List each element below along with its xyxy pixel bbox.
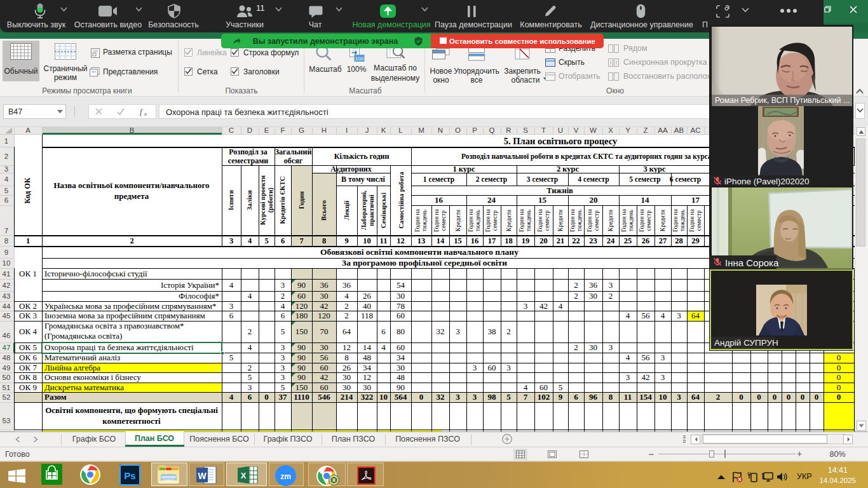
svg-text:f: f	[140, 107, 144, 116]
svg-text:100: 100	[355, 56, 364, 62]
svg-text:X: X	[241, 471, 247, 480]
svg-text:zm: zm	[280, 472, 291, 481]
svg-text:Ps: Ps	[124, 470, 135, 481]
svg-text:W: W	[198, 471, 207, 481]
svg-text:x: x	[144, 111, 147, 116]
